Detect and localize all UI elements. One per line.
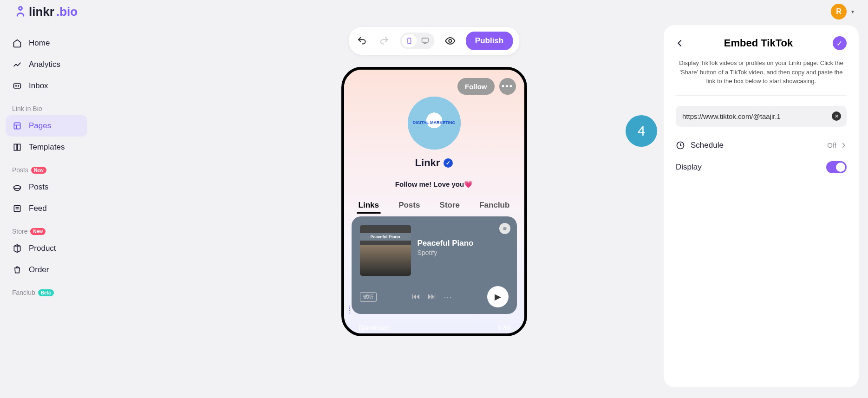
svg-point-16 xyxy=(449,39,451,42)
panel-confirm-button[interactable]: ✓ xyxy=(833,36,847,50)
user-menu-chevron-icon[interactable]: ▾ xyxy=(851,8,854,15)
chevron-right-icon xyxy=(840,142,847,149)
more-menu-icon[interactable]: ••• xyxy=(499,78,516,95)
nav-product[interactable]: Product xyxy=(6,238,87,259)
posts-new-badge: New xyxy=(31,167,46,174)
desktop-view-button[interactable] xyxy=(418,34,432,47)
play-button[interactable]: ▶ xyxy=(487,286,509,307)
nav-posts[interactable]: Posts xyxy=(6,176,87,198)
nav-home-label: Home xyxy=(29,39,50,48)
nav-feed-label: Feed xyxy=(29,204,47,213)
undo-button[interactable] xyxy=(355,34,368,47)
spotify-subtitle: Spotify xyxy=(418,249,474,256)
clear-input-icon[interactable]: ✕ xyxy=(832,111,841,121)
verified-badge-icon: ✓ xyxy=(444,158,453,168)
inbox-icon xyxy=(12,81,22,91)
nav-inbox[interactable]: Inbox xyxy=(6,75,87,97)
tab-store[interactable]: Store xyxy=(438,197,462,214)
sidebar: Home Analytics Inbox Link in Bio Pages T… xyxy=(0,28,93,398)
nav-order[interactable]: Order xyxy=(6,259,87,281)
nav-posts-label: Posts xyxy=(29,183,49,192)
phone-preview: Follow ••• DIGITAL MARKETING Linkr ✓ Fol… xyxy=(341,67,527,336)
panel-back-button[interactable] xyxy=(676,39,684,47)
track-time: 1:40 xyxy=(497,324,510,332)
svg-rect-1 xyxy=(14,84,21,88)
nav-pages-label: Pages xyxy=(29,121,51,130)
profile-tabs: Links Posts Store Fanclub xyxy=(344,197,524,214)
display-row: Display xyxy=(676,156,847,179)
schedule-label: Schedule xyxy=(691,141,724,150)
spotify-badge: 试听 xyxy=(360,292,377,302)
album-art: Peaceful Piano xyxy=(360,225,411,276)
section-fanclub: FanclubBeta xyxy=(6,281,87,299)
spotify-more-icon[interactable]: ⋯ xyxy=(444,292,452,302)
tiktok-url-input[interactable] xyxy=(676,106,847,127)
svg-rect-13 xyxy=(407,38,411,44)
profile-bio: Follow me! Love you💗 xyxy=(344,180,524,189)
nav-order-label: Order xyxy=(29,265,49,274)
drag-handle-icon[interactable]: ⋮⋮⋮⋮ xyxy=(344,307,353,312)
nav-analytics-label: Analytics xyxy=(29,60,60,69)
spotify-title: Peaceful Piano xyxy=(418,239,474,248)
redo-button[interactable] xyxy=(378,34,391,47)
nav-feed[interactable]: Feed xyxy=(6,198,87,219)
brand-logo[interactable]: linkr.bio xyxy=(14,5,78,19)
next-track-icon[interactable]: ⏭ xyxy=(428,292,436,302)
spotify-icon xyxy=(499,223,510,234)
spotify-embed-card[interactable]: Peaceful Piano Peaceful Piano Spotify 试听… xyxy=(352,216,517,314)
nav-home[interactable]: Home xyxy=(6,33,87,54)
svg-rect-14 xyxy=(422,38,428,42)
posts-icon xyxy=(12,182,22,192)
user-avatar[interactable]: R xyxy=(831,4,847,20)
preview-button[interactable] xyxy=(444,34,457,47)
mobile-view-button[interactable] xyxy=(402,34,417,47)
svg-point-3 xyxy=(18,85,19,86)
embed-tiktok-panel: Embed TikTok ✓ Display TikTok videos or … xyxy=(664,25,859,387)
svg-rect-8 xyxy=(18,144,20,150)
profile-name-row: Linkr ✓ xyxy=(344,157,524,169)
analytics-icon xyxy=(12,59,22,70)
logo-glyph-icon xyxy=(14,5,27,18)
brand-name-b: .bio xyxy=(56,5,78,19)
track-name: Tjärnheden xyxy=(358,324,391,332)
nav-pages[interactable]: Pages xyxy=(6,115,87,137)
store-new-badge: New xyxy=(30,228,46,235)
schedule-row[interactable]: Schedule Off xyxy=(676,135,847,156)
schedule-value: Off xyxy=(827,141,836,149)
display-toggle[interactable] xyxy=(826,161,847,173)
display-label: Display xyxy=(676,163,702,172)
nav-inbox-label: Inbox xyxy=(29,81,48,91)
pages-icon xyxy=(12,121,22,131)
nav-templates[interactable]: Templates xyxy=(6,137,87,158)
home-icon xyxy=(12,38,22,48)
tab-fanclub[interactable]: Fanclub xyxy=(477,197,511,214)
profile-name: Linkr xyxy=(415,157,440,169)
tab-posts[interactable]: Posts xyxy=(397,197,422,214)
follow-button[interactable]: Follow xyxy=(457,78,495,95)
album-art-label: Peaceful Piano xyxy=(360,233,411,241)
nav-analytics[interactable]: Analytics xyxy=(6,54,87,75)
order-icon xyxy=(12,265,22,275)
section-store: StoreNew xyxy=(6,219,87,238)
tab-links[interactable]: Links xyxy=(357,197,381,214)
brand-name-a: linkr xyxy=(29,5,54,19)
product-icon xyxy=(12,243,22,254)
publish-button[interactable]: Publish xyxy=(466,32,513,50)
templates-icon xyxy=(12,142,22,152)
nav-templates-label: Templates xyxy=(29,143,65,152)
feed-icon xyxy=(12,203,22,214)
device-switch xyxy=(400,33,434,49)
section-posts: PostsNew xyxy=(6,158,87,176)
track-row: Tjärnheden 1:40 xyxy=(358,324,510,332)
section-linkinbio: Link in Bio xyxy=(6,97,87,115)
profile-avatar[interactable]: DIGITAL MARKETING xyxy=(408,97,461,150)
panel-description: Display TikTok videos or profiles on you… xyxy=(676,57,847,96)
svg-point-2 xyxy=(16,85,17,86)
svg-point-0 xyxy=(19,7,22,10)
editor-toolbar: Publish xyxy=(349,27,519,55)
svg-point-9 xyxy=(14,186,21,189)
nav-product-label: Product xyxy=(29,244,56,253)
clock-icon xyxy=(676,141,685,150)
panel-title: Embed TikTok xyxy=(724,37,793,49)
prev-track-icon[interactable]: ⏮ xyxy=(412,292,420,302)
